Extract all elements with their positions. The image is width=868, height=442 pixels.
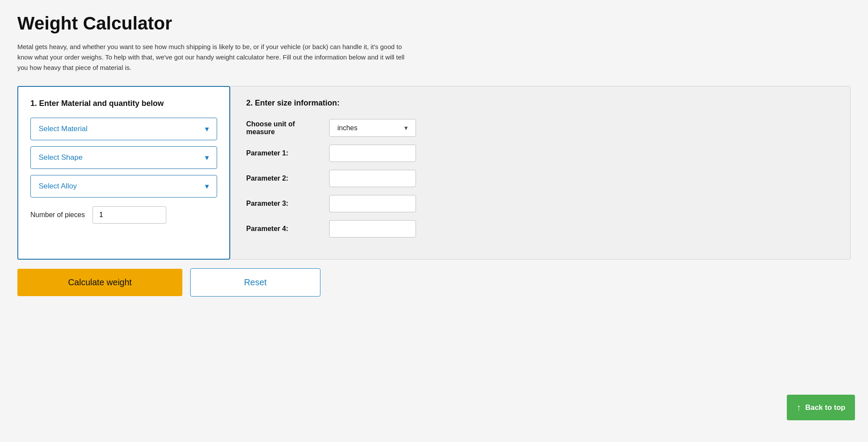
param3-label: Parameter 3: <box>246 200 322 208</box>
select-alloy-label: Select Alloy <box>39 182 77 191</box>
select-shape-dropdown[interactable]: Select Shape ▾ <box>30 146 217 169</box>
param4-input[interactable] <box>329 220 416 237</box>
calculator-container: 1. Enter Material and quantity below Sel… <box>17 86 851 260</box>
param4-label: Parameter 4: <box>246 225 322 233</box>
param2-input[interactable] <box>329 170 416 187</box>
page-title: Weight Calculator <box>17 13 851 34</box>
param2-label: Parameter 2: <box>246 175 322 182</box>
param4-row: Parameter 4: <box>246 220 835 237</box>
left-panel: 1. Enter Material and quantity below Sel… <box>17 86 230 260</box>
calculate-weight-button[interactable]: Calculate weight <box>17 269 182 296</box>
right-panel-title: 2. Enter size information: <box>246 99 835 108</box>
param3-row: Parameter 3: <box>246 195 835 212</box>
select-shape-label: Select Shape <box>39 153 83 162</box>
buttons-row: Calculate weight Reset <box>17 268 851 297</box>
param2-row: Parameter 2: <box>246 170 835 187</box>
unit-label: Choose unit of measure <box>246 120 322 136</box>
chevron-down-icon: ▾ <box>404 124 408 132</box>
pieces-row: Number of pieces <box>30 206 217 224</box>
page-description: Metal gets heavy, and whether you want t… <box>17 42 408 73</box>
left-panel-title: 1. Enter Material and quantity below <box>30 99 217 108</box>
unit-dropdown[interactable]: inches ▾ <box>329 119 416 137</box>
select-material-dropdown[interactable]: Select Material ▾ <box>30 118 217 140</box>
chevron-down-icon: ▾ <box>205 153 209 162</box>
param1-label: Parameter 1: <box>246 149 322 157</box>
right-panel: 2. Enter size information: Choose unit o… <box>230 86 851 260</box>
param1-row: Parameter 1: <box>246 145 835 162</box>
pieces-input[interactable] <box>92 206 166 224</box>
chevron-down-icon: ▾ <box>205 124 209 134</box>
reset-button[interactable]: Reset <box>190 268 320 297</box>
unit-value: inches <box>337 124 357 132</box>
pieces-label: Number of pieces <box>30 211 85 219</box>
select-material-label: Select Material <box>39 125 87 133</box>
unit-row: Choose unit of measure inches ▾ <box>246 119 835 137</box>
select-alloy-dropdown[interactable]: Select Alloy ▾ <box>30 175 217 198</box>
chevron-down-icon: ▾ <box>205 181 209 191</box>
param3-input[interactable] <box>329 195 416 212</box>
param1-input[interactable] <box>329 145 416 162</box>
